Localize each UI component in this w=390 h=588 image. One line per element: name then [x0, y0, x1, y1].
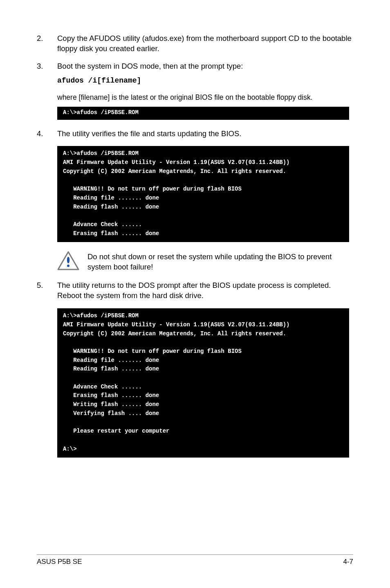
terminal-output-1: A:\>afudos /iP5BSE.ROM	[57, 107, 349, 120]
terminal-output-3: A:\>afudos /iP5BSE.ROM AMI Firmware Upda…	[57, 308, 349, 458]
interstitial-note: where [filename] is the latest or the or…	[57, 93, 353, 103]
step-text: Boot the system in DOS mode, then at the…	[57, 61, 353, 85]
svg-point-2	[67, 265, 69, 267]
step-text: The utility verifies the file and starts…	[57, 129, 353, 139]
command-line: afudos /i[filename]	[57, 76, 353, 85]
step-2: 2. Copy the AFUDOS utility (afudos.exe) …	[37, 34, 353, 54]
footer-right: 4-7	[343, 557, 353, 567]
warning-callout: Do not shut down or reset the system whi…	[57, 251, 353, 272]
warning-text: Do not shut down or reset the system whi…	[87, 251, 353, 272]
warning-icon	[57, 251, 79, 271]
step-4: 4. The utility verifies the file and sta…	[37, 129, 353, 139]
step-number: 4.	[37, 129, 57, 139]
step-text: Copy the AFUDOS utility (afudos.exe) fro…	[57, 34, 353, 54]
svg-point-1	[67, 257, 69, 263]
step-text-inner: Boot the system in DOS mode, then at the…	[57, 62, 243, 70]
step-text: The utility returns to the DOS prompt af…	[57, 281, 353, 301]
footer-left: ASUS P5B SE	[37, 557, 82, 567]
step-number: 5.	[37, 281, 57, 301]
terminal-output-2: A:\>afudos /iP5BSE.ROM AMI Firmware Upda…	[57, 146, 349, 242]
step-3: 3. Boot the system in DOS mode, then at …	[37, 61, 353, 85]
step-5: 5. The utility returns to the DOS prompt…	[37, 281, 353, 301]
step-number: 2.	[37, 34, 57, 54]
page-footer: ASUS P5B SE 4-7	[37, 554, 353, 567]
step-number: 3.	[37, 61, 57, 85]
